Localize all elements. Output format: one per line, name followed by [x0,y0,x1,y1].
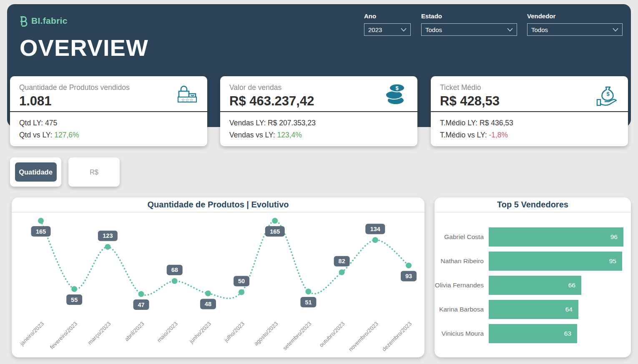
data-point[interactable] [105,244,111,250]
svg-text:$: $ [606,91,610,97]
kpi-title: Ticket Médio [440,83,481,92]
bar-value-label: 96 [610,233,623,241]
data-point[interactable] [339,269,345,275]
data-point[interactable] [71,286,77,292]
filter-vendedor-label: Vendedor [527,12,623,20]
bar-row: Vinicius Moura63 [435,324,631,343]
top5-chart-card: Top 5 Vendedores Gabriel Costa96Nathan R… [435,197,631,357]
bar-value-label: 64 [565,306,578,313]
chevron-down-icon [507,28,513,32]
data-label: 68 [171,267,178,273]
kpi-card-ticket-medio: Ticket Médio R$ 428,53 $ T.Médio LY: R$ … [431,76,628,146]
filter-estado-dropdown[interactable]: Todos [421,23,517,36]
kpi-card-vendas: Valor de vendas R$ 463.237,42 $ Vendas L… [220,76,417,146]
kpi-divider [220,111,417,112]
chevron-down-icon [401,28,407,32]
kpi-vs-line: Qtd vs LY: 127,6% [19,131,79,140]
data-label: 93 [405,273,412,279]
bar[interactable]: 63 [489,324,577,343]
bar-row: Karina Barbosa64 [435,300,631,319]
svg-text:$: $ [395,85,399,91]
x-axis-label: junho/2023 [188,321,212,345]
bar-category-label: Karina Barbosa [435,306,484,313]
toggle-quantidade-button[interactable]: Quatidade [10,157,61,187]
kpi-vs-value: 123,4% [277,131,301,139]
kpi-vs-value: 127,6% [54,131,79,139]
filter-estado: Estado Todos [421,12,517,36]
kpi-divider [10,111,207,112]
kpi-vs-label: T.Médio vs LY: [440,131,489,139]
kpi-card-quantidade: Quantidade de Produtos vendidos 1.081 ☆☆… [10,76,207,146]
x-axis-label: maio/2023 [156,321,179,344]
svg-text:☆☆☆: ☆☆☆ [181,97,193,102]
data-point[interactable] [38,218,44,224]
top5-bar-chart: Gabriel Costa96Nathan Ribeiro95Olivia Fe… [435,212,631,343]
x-axis-label: setembro/2023 [281,321,312,352]
data-label: 48 [205,301,211,307]
filter-ano: Ano 2023 [364,12,411,36]
toggle-quantidade-label: Quatidade [15,162,57,182]
money-bag-hand-icon: $ [594,81,620,108]
bar-category-label: Gabriel Costa [435,233,484,241]
bar-row: Olivia Fernandes66 [435,276,631,295]
bar-row: Nathan Ribeiro95 [435,252,631,271]
dashboard-page: BI.fabric OVERVIEW Ano 2023 Estado Todos… [0,0,638,364]
filter-vendedor-dropdown[interactable]: Todos [527,23,623,36]
kpi-vs-label: Vendas vs LY: [229,131,277,139]
bifabric-logo-icon [19,15,29,27]
bar-category-label: Olivia Fernandes [435,282,484,289]
kpi-vs-label: Qtd vs LY: [19,131,54,139]
x-axis-label: fevereiro/2023 [49,321,79,351]
coins-icon: $ [383,81,410,108]
data-label: 55 [71,297,78,303]
data-point[interactable] [138,291,144,297]
filter-vendedor-value: Todos [531,26,548,33]
bar-category-label: Nathan Ribeiro [435,257,484,265]
kpi-value: R$ 463.237,42 [229,94,314,109]
data-point[interactable] [305,289,311,294]
filter-vendedor: Vendedor Todos [527,12,623,36]
data-label: 82 [339,258,345,264]
kpi-title: Valor de vendas [229,83,281,92]
data-point[interactable] [172,278,178,284]
x-axis-label: abril/2023 [123,321,146,343]
toggle-reais-label: R$ [90,168,98,176]
data-label: 123 [103,232,113,239]
x-axis-label: dezembro/2023 [381,321,413,353]
evolutivo-dotted-line [41,221,409,298]
data-point[interactable] [372,237,378,243]
bar[interactable]: 96 [489,227,623,247]
data-label: 165 [270,228,280,235]
x-axis-label: janeiro/2023 [18,321,45,347]
bar[interactable]: 64 [489,300,578,319]
bar-value-label: 66 [568,282,581,289]
kpi-vs-line: T.Médio vs LY: -1,8% [440,131,508,140]
top5-chart-title: Top 5 Vendedores [435,197,631,212]
page-title: OVERVIEW [20,34,148,61]
filter-ano-dropdown[interactable]: 2023 [364,23,411,36]
toggle-reais-button[interactable]: R$ [68,157,120,187]
bar[interactable]: 95 [489,252,622,271]
data-point[interactable] [205,291,211,297]
data-point[interactable] [239,289,244,295]
chevron-down-icon [613,28,618,32]
bar-value-label: 63 [564,330,577,337]
shopping-bags-icon: ☆☆☆ [173,81,200,108]
kpi-title: Quantidade de Produtos vendidos [19,83,130,92]
kpi-vs-value: -1,8% [489,131,508,139]
x-axis-label: julho/2023 [223,321,246,344]
evolutivo-chart-title: Quantidade de Produtos | Evolutivo [12,197,424,212]
bar[interactable]: 66 [489,276,581,295]
filter-ano-label: Ano [364,12,411,20]
kpi-ly-line: Qtd LY: 475 [19,119,57,127]
data-label: 50 [238,278,245,284]
data-point[interactable] [272,218,278,224]
bar-value-label: 95 [609,257,622,265]
data-point[interactable] [406,262,412,268]
kpi-ly-line: Vendas LY: R$ 207.353,23 [229,119,316,127]
filter-estado-label: Estado [421,12,517,20]
evolutivo-chart-card: Quantidade de Produtos | Evolutivo 165ja… [12,197,424,357]
logo-text: BI.fabric [31,16,68,26]
data-label: 51 [305,299,311,306]
bar-row: Gabriel Costa96 [435,227,631,247]
